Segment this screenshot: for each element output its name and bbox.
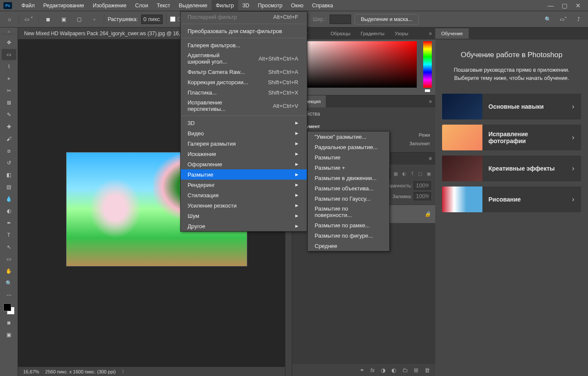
filter-menu-item[interactable]: Усиление резкости xyxy=(181,200,307,211)
blur-submenu-item[interactable]: Размытие объектива... xyxy=(308,183,389,193)
blur-submenu-item[interactable]: Среднее xyxy=(308,241,389,251)
eyedropper-tool[interactable]: ✎ xyxy=(2,109,16,120)
maximize-button[interactable]: ▢ xyxy=(558,1,571,10)
opacity-input[interactable] xyxy=(414,181,431,190)
menu-view[interactable]: Просмотр xyxy=(254,0,287,11)
blur-submenu-item[interactable]: Размытие по Гауссу... xyxy=(308,193,389,204)
path-select-tool[interactable]: ↖ xyxy=(2,241,16,253)
feather-input[interactable] xyxy=(141,15,163,24)
filter-menu-item[interactable]: Галерея размытия xyxy=(181,138,307,149)
group-icon[interactable]: 🗀 xyxy=(402,367,408,373)
menu-window[interactable]: Окно xyxy=(287,0,308,11)
filter-menu-item[interactable]: 3D xyxy=(181,118,307,128)
filter-menu-item[interactable]: Шум xyxy=(181,211,307,221)
selection-intersect-icon[interactable]: ▫ xyxy=(88,13,100,25)
learn-card-basics[interactable]: Основные навыки› xyxy=(442,94,581,119)
layer-fx-icon[interactable]: fx xyxy=(370,367,375,373)
filter-menu-item[interactable]: Оформление xyxy=(181,159,307,169)
menu-text[interactable]: Текст xyxy=(152,0,174,11)
delete-layer-icon[interactable]: 🗑 xyxy=(424,367,430,373)
filter-menu-item[interactable]: Видео xyxy=(181,128,307,138)
share-icon[interactable]: ⤴ xyxy=(573,13,585,25)
screenmode-toggle[interactable]: ▣ xyxy=(2,329,16,340)
filter-menu-item[interactable]: Последний фильтрAlt+Ctrl+F xyxy=(181,12,307,22)
tab-learn[interactable]: Обучение xyxy=(435,28,469,39)
filter-menu-item[interactable]: Галерея фильтров... xyxy=(181,40,307,50)
filter-menu-item[interactable]: Коррекция дисторсии...Shift+Ctrl+R xyxy=(181,77,307,87)
filter-menu-item[interactable]: Фильтр Camera Raw...Shift+Ctrl+A xyxy=(181,67,307,77)
color-picker-panel[interactable] xyxy=(292,40,435,95)
filter-menu-item[interactable]: Искажение xyxy=(181,149,307,159)
filter-menu-item[interactable]: Другое xyxy=(181,221,307,231)
shape-tool[interactable]: ▭ xyxy=(2,254,16,265)
learn-card-creative[interactable]: Креативные эффекты› xyxy=(442,156,581,181)
menu-3d[interactable]: 3D xyxy=(238,0,254,11)
menu-select[interactable]: Выделение xyxy=(175,0,212,11)
search-icon[interactable]: 🔍 xyxy=(542,13,554,25)
filter-menu-item[interactable]: Размытие xyxy=(181,169,307,180)
dodge-tool[interactable]: ◐ xyxy=(2,205,16,217)
filter-menu-item[interactable]: Исправление перспективы...Alt+Ctrl+V xyxy=(181,98,307,114)
zoom-readout[interactable]: 16,67% xyxy=(23,369,39,374)
tool-preset-picker[interactable]: ▭ ˅ xyxy=(23,13,35,25)
filter-menu-item[interactable]: Стилизация xyxy=(181,190,307,200)
blur-submenu-item[interactable]: Размытие в движении... xyxy=(308,173,389,183)
selection-new-icon[interactable]: ◼ xyxy=(42,13,54,25)
filter-menu-item[interactable]: Преобразовать для смарт-фильтров xyxy=(181,26,307,36)
gradient-tool[interactable]: ▤ xyxy=(2,181,16,193)
brush-tool[interactable]: 🖌 xyxy=(2,133,16,144)
tab-patterns[interactable]: Узоры xyxy=(390,28,413,40)
width-input[interactable] xyxy=(330,15,351,24)
toolbar-collapse-button[interactable]: » xyxy=(2,29,16,34)
select-and-mask-button[interactable]: Выделение и маска... xyxy=(355,14,419,24)
home-icon[interactable]: ⌂ xyxy=(3,13,15,25)
blur-submenu-item[interactable]: Размытие + xyxy=(308,162,389,173)
new-layer-icon[interactable]: ⊞ xyxy=(414,367,418,373)
selection-add-icon[interactable]: ▣ xyxy=(58,13,70,25)
workspace-icon[interactable]: ▭˅ xyxy=(557,13,569,25)
adjustment-layer-icon[interactable]: ◐ xyxy=(391,367,396,373)
menu-help[interactable]: Справка xyxy=(308,0,337,11)
layer-mask-icon[interactable]: ◑ xyxy=(381,367,385,373)
marquee-tool[interactable]: ▭ xyxy=(2,49,16,60)
blur-submenu-item[interactable]: "Умное" размытие... xyxy=(308,131,389,142)
lock-icon[interactable]: 🔒 xyxy=(424,211,431,217)
blur-submenu-item[interactable]: Размытие по фигуре... xyxy=(308,230,389,241)
menu-file[interactable]: Файл xyxy=(17,0,39,11)
menu-filter[interactable]: Фильтр xyxy=(212,0,238,11)
history-brush-tool[interactable]: ↺ xyxy=(2,157,16,168)
type-tool[interactable]: T xyxy=(2,229,16,241)
pen-tool[interactable]: ✒ xyxy=(2,217,16,229)
learn-card-drawing[interactable]: Рисование› xyxy=(442,186,581,212)
link-layers-icon[interactable]: ⚭ xyxy=(360,367,364,373)
learn-card-photo-fix[interactable]: Исправление фотографии› xyxy=(442,125,581,150)
blur-submenu-item[interactable]: Размытие по поверхности... xyxy=(308,204,389,220)
color-panel-menu-icon[interactable]: ≡ xyxy=(426,31,435,36)
close-button[interactable]: ✕ xyxy=(572,1,585,10)
status-chevron-icon[interactable]: 〉 xyxy=(122,368,127,375)
quickmask-toggle[interactable]: ◙ xyxy=(2,317,16,328)
menu-edit[interactable]: Редактирование xyxy=(39,0,88,11)
correction-panel-menu-icon[interactable]: ≡ xyxy=(426,99,435,104)
move-tool[interactable]: ✥ xyxy=(2,37,16,48)
menu-image[interactable]: Изображение xyxy=(88,0,131,11)
zoom-tool[interactable]: 🔍 xyxy=(2,278,16,289)
filter-menu-item[interactable]: Рендеринг xyxy=(181,180,307,190)
lasso-tool[interactable]: ⌇ xyxy=(2,61,16,72)
layers-panel-menu-icon[interactable]: ≡ xyxy=(425,156,435,162)
filter-type-icon[interactable]: T xyxy=(411,171,414,177)
quick-select-tool[interactable]: ⌖ xyxy=(2,73,16,84)
edit-toolbar-button[interactable]: ⋯ xyxy=(2,290,16,301)
minimize-button[interactable]: — xyxy=(544,1,557,10)
filter-adjust-icon[interactable]: ◐ xyxy=(402,171,406,177)
stamp-tool[interactable]: ⧈ xyxy=(2,145,16,156)
color-swatches[interactable] xyxy=(3,303,15,315)
menu-layers[interactable]: Слои xyxy=(131,0,152,11)
tab-swatches[interactable]: Образцы xyxy=(325,28,355,40)
filter-menu-item[interactable]: Адаптивный широкий угол...Alt+Shift+Ctrl… xyxy=(181,50,307,67)
hand-tool[interactable]: ✋ xyxy=(2,266,16,277)
eraser-tool[interactable]: ◧ xyxy=(2,169,16,180)
filter-shape-icon[interactable]: ▢ xyxy=(418,171,422,177)
filter-menu-item[interactable]: Пластика...Shift+Ctrl+X xyxy=(181,87,307,98)
blur-submenu-item[interactable]: Размытие xyxy=(308,152,389,162)
